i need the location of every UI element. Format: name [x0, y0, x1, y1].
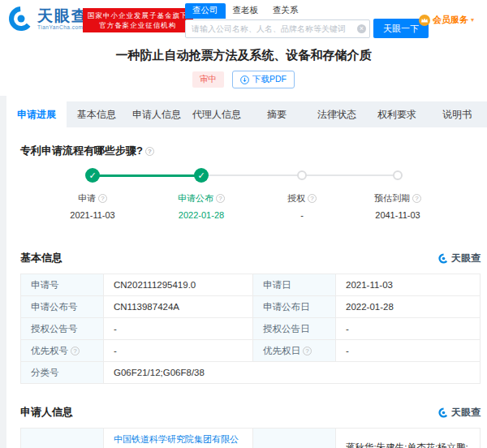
search-tab-company[interactable]: 查公司: [185, 3, 226, 19]
help-icon[interactable]: [71, 347, 80, 355]
help-icon[interactable]: [412, 194, 421, 203]
tab-legal-status[interactable]: 法律状态: [307, 101, 367, 127]
tianyancha-swirl-icon: [438, 407, 449, 418]
field-value: -: [336, 318, 481, 340]
field-label: 申请（专利权）人: [21, 429, 104, 448]
tianyancha-swirl-icon: [8, 6, 34, 32]
step-label: 预估到期: [374, 193, 410, 203]
field-value: CN113987424A: [104, 296, 253, 318]
tab-abstract[interactable]: 摘要: [247, 101, 307, 127]
download-pdf-label: 下载PDF: [252, 74, 287, 85]
check-icon: ✓: [194, 168, 209, 183]
field-label: 授权公告号: [21, 318, 104, 340]
field-label: 优先权号: [21, 340, 104, 362]
patent-timeline: ✓ ✓ 申请 2021-11-03 申请公布 2022-01-28 授权 - 预…: [20, 162, 481, 233]
field-value: -: [336, 340, 481, 362]
table-row: 申请号 CN202111295419.0 申请日 2021-11-03: [21, 274, 481, 296]
timeline-segment-pending: [302, 174, 398, 176]
timeline-step-grant: 授权 -: [249, 192, 355, 220]
field-value: 2022-01-28: [336, 296, 481, 318]
field-label: 优先权日: [253, 340, 336, 362]
check-icon: ✓: [85, 168, 100, 183]
basic-info-table: 申请号 CN202111295419.0 申请日 2021-11-03 申请公布…: [20, 274, 481, 384]
applicant-info-table: 申请（专利权）人 中国铁道科学研究院集团有限公司电子计算技术研究所 中铁程科技有…: [20, 428, 481, 448]
step-label: 申请: [78, 193, 96, 203]
help-icon[interactable]: [216, 194, 225, 203]
search-block: 查公司 查老板 查关系 × 天眼一下: [185, 3, 429, 38]
field-label: 授权公告日: [253, 318, 336, 340]
download-pdf-button[interactable]: 下载PDF: [232, 71, 295, 88]
field-value: -: [104, 340, 253, 362]
help-icon[interactable]: [308, 194, 317, 203]
watermark-text: 天眼查: [451, 252, 481, 265]
detail-tab-bar: 申请进展 基本信息 申请人信息 代理人信息 摘要 法律状态 权利要求 说明书: [6, 101, 487, 127]
field-label-text: 优先权号: [31, 346, 68, 355]
step-label: 申请公布: [178, 193, 213, 203]
step-label: 授权: [287, 193, 305, 203]
table-row: 优先权号 - 优先权日 -: [21, 340, 481, 362]
patent-title-area: 一种防止自动抢票方法及系统、设备和存储介质 审中 下载PDF: [0, 39, 487, 96]
table-row: 申请（专利权）人 中国铁道科学研究院集团有限公司电子计算技术研究所 中铁程科技有…: [21, 429, 481, 448]
tab-claims[interactable]: 权利要求: [367, 101, 427, 127]
crown-icon: [419, 15, 430, 26]
timeline-step-publication: 申请公布 2022-01-28: [149, 192, 254, 220]
field-value: 2021-11-03: [336, 274, 481, 296]
tab-application-progress[interactable]: 申请进展: [6, 101, 67, 127]
tab-basic-info[interactable]: 基本信息: [67, 101, 127, 127]
logo-text: 天眼查: [37, 8, 88, 24]
patent-title: 一种防止自动抢票方法及系统、设备和存储介质: [0, 48, 487, 63]
timeline-segment-done: [93, 174, 201, 177]
search-tab-boss[interactable]: 查老板: [226, 3, 266, 19]
timeline-step-estimated-expiry: 预估到期 2041-11-03: [345, 192, 450, 220]
main-content: 专利申请流程有哪些步骤? ✓ ✓ 申请 2021-11-03 申请公布 2022…: [6, 144, 487, 448]
logo-domain: TianYanCha.com: [37, 24, 88, 30]
member-service-menu[interactable]: 会员服务 ▾: [419, 14, 474, 26]
inventors-value: 蒋秋华;朱建生;单杏花;杨立鹏;徐东平;李雯;阎志远;刘相坤;李琪;李雁明;张智…: [336, 429, 481, 448]
status-badge: 审中: [192, 71, 224, 88]
field-label: 发明人: [253, 429, 336, 448]
table-row: 申请公布号 CN113987424A 申请公布日 2022-01-28: [21, 296, 481, 318]
timeline-segment-pending: [201, 174, 302, 176]
tianyancha-watermark: 天眼查: [438, 252, 481, 265]
tab-applicant-info[interactable]: 申请人信息: [127, 101, 187, 127]
step-date: 2022-01-28: [149, 210, 254, 220]
member-service-label: 会员服务: [433, 14, 468, 26]
certification-line1: 国家中小企业发展子基金旗下: [88, 11, 188, 20]
applicant-info-heading: 申请人信息: [20, 405, 73, 420]
step-date: 2041-11-03: [345, 210, 450, 220]
help-icon[interactable]: [145, 147, 154, 156]
chevron-down-icon: ▾: [471, 16, 474, 24]
tianyancha-watermark: 天眼查: [438, 406, 481, 420]
field-label: 申请日: [253, 274, 336, 296]
basic-info-heading: 基本信息: [20, 251, 62, 265]
tab-description[interactable]: 说明书: [427, 101, 487, 127]
download-icon: [240, 75, 249, 84]
help-icon[interactable]: [303, 347, 312, 355]
page-left-gutter: [0, 96, 6, 448]
field-label: 申请公布号: [21, 296, 104, 318]
pending-circle-icon: [393, 170, 403, 180]
certification-badge: 国家中小企业发展子基金旗下 官方备案企业征信机构: [83, 8, 193, 32]
tianyancha-logo[interactable]: 天眼查 TianYanCha.com: [8, 6, 88, 32]
step-date: 2021-11-03: [40, 210, 145, 220]
watermark-text: 天眼查: [451, 406, 481, 420]
tab-agent-info[interactable]: 代理人信息: [187, 101, 247, 127]
timeline-step-application: 申请 2021-11-03: [40, 192, 145, 220]
field-label-text: 优先权日: [263, 346, 300, 355]
table-row: 分类号 G06F21/12;G06F8/38: [21, 362, 481, 384]
search-input[interactable]: [185, 19, 370, 38]
search-tab-relation[interactable]: 查关系: [265, 3, 306, 19]
help-icon[interactable]: [98, 194, 107, 203]
field-value: G06F21/12;G06F8/38: [104, 362, 481, 384]
pending-circle-icon: [297, 170, 307, 180]
applicant-companies-cell: 中国铁道科学研究院集团有限公司电子计算技术研究所 中铁程科技有限责任公司 北京经…: [104, 429, 253, 448]
tianyancha-swirl-icon: [438, 253, 449, 264]
table-row: 授权公告号 - 授权公告日 -: [21, 318, 481, 340]
clear-search-icon[interactable]: ×: [357, 24, 366, 33]
top-header: 天眼查 TianYanCha.com 国家中小企业发展子基金旗下 官方备案企业征…: [0, 0, 487, 39]
progress-question-heading: 专利申请流程有哪些步骤?: [20, 144, 481, 158]
certification-line2: 官方备案企业征信机构: [88, 20, 188, 30]
applicant-company-link[interactable]: 中国铁道科学研究院集团有限公司电子计算技术研究所: [114, 432, 244, 448]
field-label: 分类号: [21, 362, 104, 384]
search-type-tabs: 查公司 查老板 查关系: [185, 3, 429, 19]
